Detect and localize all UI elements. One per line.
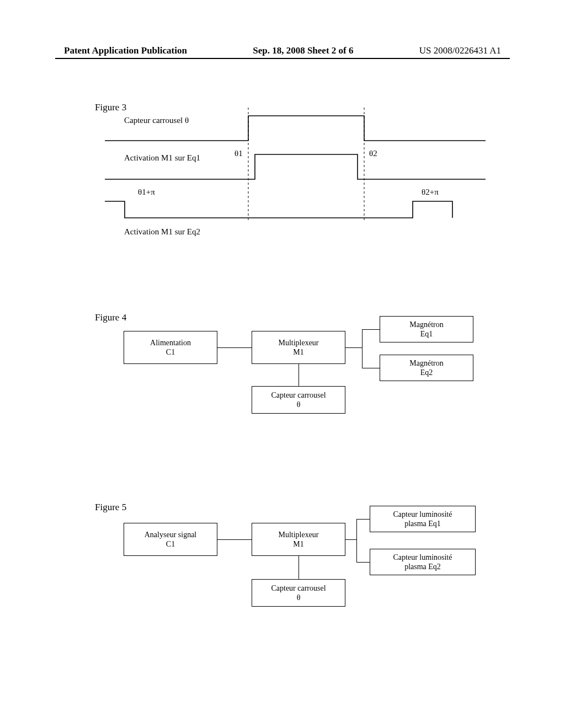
fig5-box-capteur-lum-eq2: Capteur luminosité plasma Eq2 [370,549,476,575]
fig5-conn-m1-th [299,556,299,579]
fig5-box-capteur-lum-eq1: Capteur luminosité plasma Eq1 [370,506,476,532]
fig5-c1-line1: Analyseur signal [145,531,196,539]
fig5-conn-c1-m1 [217,539,252,540]
fig4-conn-c1-m1 [217,347,252,348]
fig4-conn-m1-th [299,364,299,386]
fig4-box-capteur-carrousel: Capteur carrousel θ [252,386,345,414]
fig5-eq1-line2: plasma Eq1 [404,520,441,528]
fig4-eq1-line1: Magnétron [409,320,443,329]
fig5-conn-m1-right [345,539,356,540]
fig5-box-capteur-carrousel: Capteur carrousel θ [252,579,345,607]
fig4-box-multiplexeur-m1: Multiplexeur M1 [252,331,345,364]
fig4-eq2-line2: Eq2 [420,368,433,377]
fig5-m1-line2: M1 [293,540,303,548]
header-left: Patent Application Publication [64,45,187,56]
fig4-conn-fork-v [362,329,363,368]
fig4-box-alimentation-c1: Alimentation C1 [124,331,217,364]
fig4-m1-line2: M1 [293,348,303,356]
fig4-conn-m1-right [345,347,362,348]
fig5-c1-line2: C1 [166,540,175,548]
fig4-box-magnetron-eq2: Magnétron Eq2 [380,355,473,381]
fig4-conn-to-eq2 [362,368,380,368]
fig4-c1-line1: Alimentation [150,339,191,347]
fig4-eq2-line1: Magnétron [409,359,443,367]
header-right: US 2008/0226431 A1 [419,45,501,56]
fig4-th-line1: Capteur carrousel [271,391,326,399]
fig5-eq2-line1: Capteur luminosité [393,553,452,561]
fig5-box-analyseur-c1: Analyseur signal C1 [124,523,217,556]
fig5-th-line1: Capteur carrousel [271,584,326,592]
fig4-c1-line2: C1 [166,348,175,356]
timing-svg [105,108,486,223]
header-center: Sep. 18, 2008 Sheet 2 of 6 [253,45,353,56]
fig4-m1-line1: Multiplexeur [278,339,318,347]
fig5-conn-to-eq2 [356,562,370,563]
fig4-eq1-line2: Eq1 [420,330,433,338]
figure-4-title: Figure 4 [95,312,126,323]
page-header: Patent Application Publication Sep. 18, … [64,45,501,56]
fig5-eq2-line2: plasma Eq2 [404,563,441,571]
fig5-conn-fork-v [356,519,357,562]
fig4-conn-to-eq1 [362,329,380,330]
header-rule [55,58,510,59]
fig4-box-magnetron-eq1: Magnétron Eq1 [380,316,473,342]
fig5-th-line2: θ [297,593,301,602]
fig4-th-line2: θ [297,400,301,409]
figure-5-title: Figure 5 [95,502,126,513]
fig3-row3-label: Activation M1 sur Eq2 [124,227,200,237]
fig5-conn-to-eq1 [356,519,370,520]
fig5-m1-line1: Multiplexeur [278,531,318,539]
fig5-box-multiplexeur-m1: Multiplexeur M1 [252,523,345,556]
fig5-eq1-line1: Capteur luminosité [393,510,452,518]
